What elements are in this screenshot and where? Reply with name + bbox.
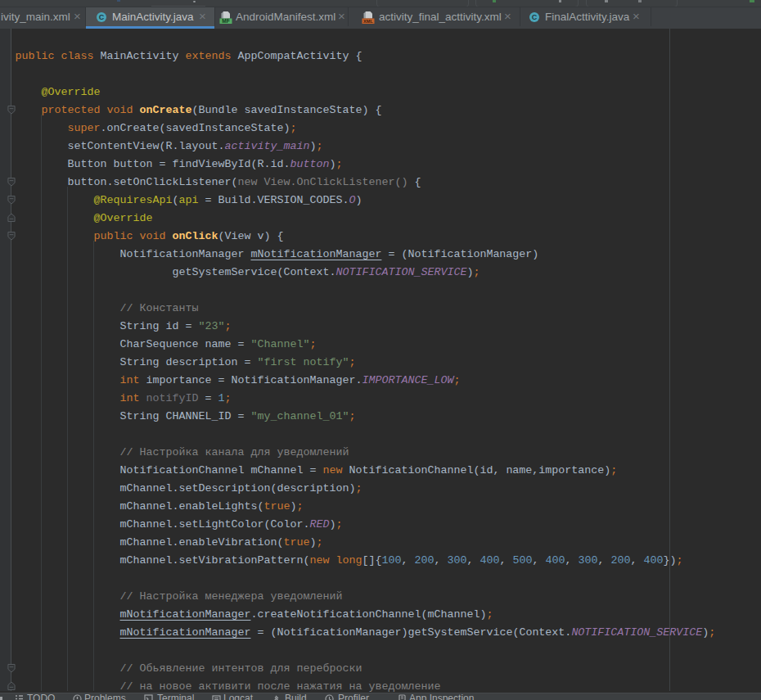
svg-text:MF: MF xyxy=(222,18,229,24)
svg-text:XML: XML xyxy=(363,19,373,24)
